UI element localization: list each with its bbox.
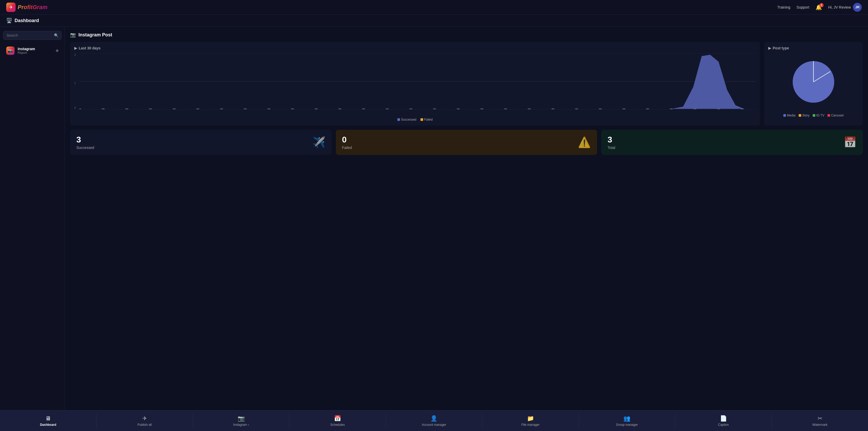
user-greeting: Hi, JV Review	[828, 5, 851, 9]
svg-point-23	[551, 108, 555, 110]
sidebar-item-name: Instagram	[18, 47, 35, 51]
bottom-nav-account-manager[interactable]: 👤 Account manager	[386, 413, 482, 429]
pie-dot-carousel	[828, 114, 830, 117]
svg-point-10	[243, 108, 247, 110]
svg-point-24	[575, 108, 578, 110]
legend-failed: Failed	[421, 118, 433, 121]
avatar: JR	[853, 3, 862, 12]
sidebar-item-instagram[interactable]: 📷 Instagram Report	[3, 44, 62, 57]
stat-card-total: 3 Total 📅	[601, 130, 863, 155]
file-manager-nav-label: File manager	[521, 423, 539, 427]
publish-all-nav-icon: ✈	[142, 415, 147, 422]
svg-point-27	[646, 108, 649, 110]
svg-point-19	[457, 108, 460, 110]
pie-chart-title: ▶ Post type	[768, 46, 789, 50]
svg-point-21	[504, 108, 507, 110]
search-icon[interactable]: 🔍	[54, 33, 58, 37]
sidebar: 🔍 📷 Instagram Report	[0, 27, 65, 410]
y-label-1: 1	[74, 81, 76, 85]
pie-chart-card: ▶ Post type Media	[764, 42, 863, 125]
stat-number-failed: 0	[342, 135, 352, 145]
svg-point-3	[80, 108, 81, 110]
stats-row: 3 Successed ✈️ 0 Failed ⚠️ 3 Total 📅	[70, 130, 863, 155]
pie-legend-carousel: Carousel	[828, 114, 844, 117]
publish-all-nav-label: Publish all	[137, 423, 152, 427]
line-chart-arrow: ▶	[74, 46, 77, 50]
stat-number-total: 3	[608, 135, 615, 145]
svg-point-16	[385, 108, 389, 110]
instagram-section-icon: 📷	[70, 32, 76, 38]
line-chart-svg	[80, 53, 756, 110]
pie-dot-igtv	[813, 114, 815, 117]
svg-point-12	[291, 108, 294, 110]
sidebar-item-status-dot	[56, 49, 58, 52]
group-manager-nav-icon: 👥	[623, 415, 630, 422]
search-input[interactable]	[6, 33, 52, 37]
bottom-nav-dashboard[interactable]: 🖥 Dashboard	[0, 413, 96, 429]
bottom-nav-file-manager[interactable]: 📁 File manager	[482, 413, 579, 429]
main-layout: 🔍 📷 Instagram Report 📷 Instagram Post	[0, 27, 868, 410]
svg-point-6	[149, 108, 152, 110]
bottom-navigation: 🖥 Dashboard ✈ Publish all 📷 Instagram › …	[0, 410, 868, 431]
pie-legend-igtv: IG TV	[813, 114, 825, 117]
svg-point-5	[125, 108, 129, 110]
caption-nav-icon: 📄	[720, 415, 727, 422]
warning-icon: ⚠️	[578, 136, 591, 148]
bottom-nav-group-manager[interactable]: 👥 Group manager	[579, 413, 675, 429]
calendar-check-icon: 📅	[844, 136, 857, 148]
section-title: Instagram Post	[79, 32, 112, 38]
charts-row: ▶ Last 30 days 2 1 0	[70, 42, 863, 125]
pie-legend: Media Story IG TV Carousel	[783, 114, 844, 117]
file-manager-nav-icon: 📁	[527, 415, 534, 422]
section-header: 📷 Instagram Post	[70, 32, 863, 38]
line-chart-card: ▶ Last 30 days 2 1 0	[70, 42, 760, 125]
svg-point-22	[527, 108, 531, 110]
bottom-nav-schedules[interactable]: 📅 Schedules	[289, 413, 386, 429]
logo-icon: ✈	[6, 3, 16, 12]
svg-point-7	[173, 108, 176, 110]
notification-badge: 1	[819, 3, 824, 7]
instagram-nav-icon: 📷	[238, 415, 245, 422]
legend-dot-failed	[421, 118, 423, 121]
stat-label-successed: Successed	[76, 146, 94, 150]
svg-point-25	[599, 108, 602, 110]
pie-legend-story: Story	[799, 114, 810, 117]
svg-marker-32	[80, 55, 756, 109]
bottom-nav-instagram[interactable]: 📷 Instagram ›	[193, 413, 289, 429]
caption-nav-label: Caption	[718, 423, 729, 427]
pie-chart-arrow: ▶	[768, 46, 771, 50]
svg-point-13	[314, 108, 318, 110]
send-icon: ✈️	[312, 136, 326, 148]
notification-bell[interactable]: 🔔 1	[815, 4, 822, 10]
group-manager-nav-label: Group manager	[616, 423, 638, 427]
logo[interactable]: ✈ ProfitGram	[6, 3, 48, 12]
instagram-nav-label: Instagram ›	[233, 423, 249, 427]
svg-point-8	[196, 108, 199, 110]
account-manager-nav-label: Account manager	[422, 423, 446, 427]
svg-point-9	[220, 108, 223, 110]
topnav-right: Training Support 🔔 1 Hi, JV Review JR	[777, 3, 862, 12]
support-link[interactable]: Support	[797, 5, 809, 9]
bottom-nav-caption[interactable]: 📄 Caption	[675, 413, 772, 429]
sidebar-item-sub: Report	[18, 51, 35, 55]
pie-legend-media: Media	[783, 114, 796, 117]
svg-point-17	[409, 108, 412, 110]
search-wrapper[interactable]: 🔍	[3, 31, 62, 40]
bottom-nav-publish-all[interactable]: ✈ Publish all	[96, 413, 193, 429]
main-content: 📷 Instagram Post ▶ Last 30 days 2 1 0	[65, 27, 868, 410]
stat-card-failed: 0 Failed ⚠️	[336, 130, 597, 155]
svg-point-11	[267, 108, 271, 110]
pie-dot-media	[783, 114, 786, 117]
watermark-nav-icon: ✂	[817, 415, 822, 422]
instagram-icon: 📷	[6, 47, 14, 55]
stat-card-successed: 3 Successed ✈️	[70, 130, 332, 155]
pie-chart-svg	[790, 58, 837, 105]
stat-label-total: Total	[608, 146, 615, 150]
training-link[interactable]: Training	[777, 5, 790, 9]
schedules-nav-label: Schedules	[330, 423, 345, 427]
bottom-nav-watermark[interactable]: ✂ Watermark	[772, 413, 868, 429]
account-manager-nav-icon: 👤	[430, 415, 437, 422]
svg-point-15	[362, 108, 365, 110]
user-menu[interactable]: Hi, JV Review JR	[828, 3, 862, 12]
top-navigation: ✈ ProfitGram Training Support 🔔 1 Hi, JV…	[0, 0, 868, 15]
